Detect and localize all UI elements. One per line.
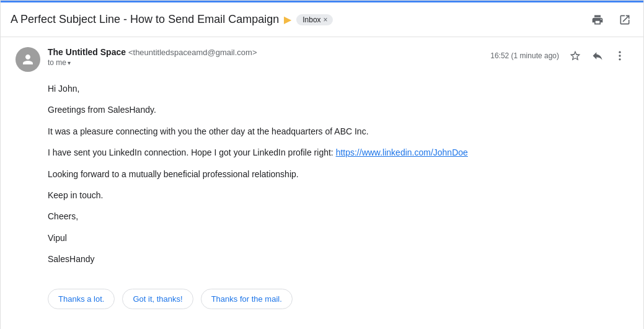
timestamp: 16:52 (1 minute ago) bbox=[490, 51, 559, 60]
reply-icon bbox=[591, 50, 604, 62]
body-saleshandy: SalesHandy bbox=[48, 252, 629, 266]
more-options-button[interactable] bbox=[611, 47, 629, 64]
email-container: The Untitled Space <theuntitledspaceamd@… bbox=[1, 37, 643, 329]
sender-info-area: The Untitled Space <theuntitledspaceamd@… bbox=[15, 47, 257, 72]
sender-details: The Untitled Space <theuntitledspaceamd@… bbox=[48, 47, 257, 67]
sender-avatar bbox=[15, 47, 40, 72]
svg-point-1 bbox=[619, 55, 620, 56]
open-in-new-icon bbox=[619, 14, 631, 26]
body-looking-forward: Looking forward to a mutually beneficial… bbox=[48, 167, 629, 181]
to-me-label: to me bbox=[48, 58, 66, 67]
print-icon bbox=[591, 14, 604, 26]
email-body: Hi John, Greetings from SalesHandy. It w… bbox=[15, 82, 629, 266]
quick-reply-button-3[interactable]: Thanks for the mail. bbox=[201, 289, 293, 309]
inbox-badge-close-button[interactable]: × bbox=[324, 16, 328, 24]
sender-name: The Untitled Space bbox=[48, 47, 126, 57]
avatar-person-icon bbox=[20, 52, 35, 67]
star-button[interactable] bbox=[567, 47, 584, 64]
sender-name-line: The Untitled Space <theuntitledspaceamd@… bbox=[48, 47, 257, 57]
subject-area: A Perfect Subject Line - How to Send Ema… bbox=[11, 13, 589, 26]
action-icon-group bbox=[567, 47, 629, 64]
more-options-icon bbox=[614, 50, 626, 62]
body-greeting: Hi John, bbox=[48, 82, 629, 95]
body-pleasure: It was a pleasure connecting with you th… bbox=[48, 125, 629, 138]
inbox-badge: Inbox × bbox=[296, 14, 332, 25]
email-subject: A Perfect Subject Line - How to Send Ema… bbox=[11, 13, 279, 26]
open-in-new-button[interactable] bbox=[616, 11, 633, 29]
quick-reply-button-2[interactable]: Got it, thanks! bbox=[122, 289, 193, 309]
linkedin-link[interactable]: https://www.linkedin.com/JohnDoe bbox=[336, 147, 468, 157]
quick-reply-button-1[interactable]: Thanks a lot. bbox=[48, 289, 115, 309]
body-keep-in-touch: Keep in touch. bbox=[48, 188, 629, 202]
reply-button[interactable] bbox=[589, 47, 606, 64]
print-button[interactable] bbox=[589, 11, 606, 29]
sender-email: <theuntitledspaceamd@gmail.com> bbox=[128, 48, 257, 57]
sender-row: The Untitled Space <theuntitledspaceamd@… bbox=[15, 47, 629, 72]
body-linkedin: I have sent you LinkedIn connection. Hop… bbox=[48, 146, 629, 159]
email-header: A Perfect Subject Line - How to Send Ema… bbox=[1, 2, 643, 37]
svg-point-0 bbox=[619, 51, 620, 53]
to-me-chevron-icon: ▾ bbox=[68, 59, 71, 66]
header-actions bbox=[589, 11, 633, 29]
to-me-dropdown[interactable]: to me ▾ bbox=[48, 58, 257, 67]
quick-reply-area: Thanks a lot. Got it, thanks! Thanks for… bbox=[15, 274, 629, 319]
body-linkedin-text: I have sent you LinkedIn connection. Hop… bbox=[48, 147, 336, 157]
body-intro: Greetings from SalesHandy. bbox=[48, 103, 629, 116]
email-actions: 16:52 (1 minute ago) bbox=[490, 47, 629, 64]
forward-arrow-icon: ▶ bbox=[284, 14, 291, 25]
star-icon bbox=[569, 50, 581, 62]
svg-point-2 bbox=[619, 58, 620, 60]
inbox-badge-label: Inbox bbox=[302, 15, 320, 24]
body-vipul: Vipul bbox=[48, 231, 629, 245]
body-cheers: Cheers, bbox=[48, 209, 629, 223]
